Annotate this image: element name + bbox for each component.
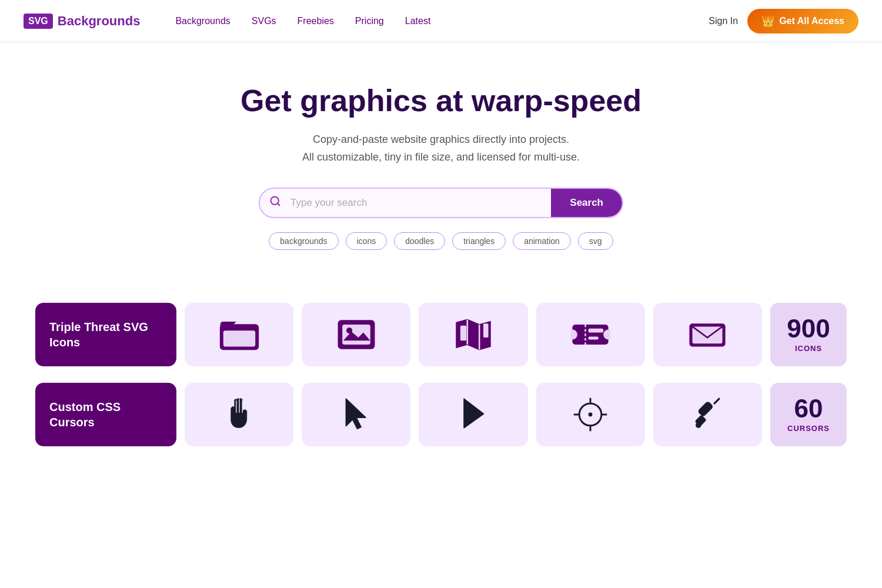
svg-rect-3 [223,330,255,346]
icon-card-image[interactable] [302,303,410,366]
logo[interactable]: SVG Backgrounds [24,14,140,29]
search-container: Search [24,188,858,218]
icon-card-folder[interactable] [185,303,293,366]
tag-animation[interactable]: animation [513,232,571,250]
count-label-icons: ICONS [795,344,822,353]
count-number-cursors: 60 [794,396,823,422]
icon-card-arrow[interactable] [302,383,410,446]
logo-text: Backgrounds [58,14,141,29]
nav-backgrounds[interactable]: Backgrounds [175,16,230,26]
category-label-cursors[interactable]: Custom CSS Cursors [35,383,176,446]
cursors-grid: 60 CURSORS [185,383,847,446]
logo-box: SVG [24,14,53,29]
tag-doodles[interactable]: doodles [394,232,445,250]
svg-rect-23 [697,400,714,417]
icons-grid: 900 ICONS [185,303,847,366]
nav-svgs[interactable]: SVGs [252,16,276,26]
tag-svg[interactable]: svg [578,232,613,250]
svg-rect-13 [589,329,604,333]
svg-line-1 [278,203,280,206]
signin-link[interactable]: Sign In [709,16,738,26]
icon-card-pointer[interactable] [419,383,527,446]
icon-card-envelope[interactable] [653,303,762,366]
svg-point-18 [589,413,593,417]
hero-section: Get graphics at warp-speed Copy-and-past… [0,42,882,303]
categories-section: Triple Threat SVG Icons [0,303,882,482]
crown-icon: 👑 [761,15,774,28]
svg-rect-5 [342,325,370,345]
tag-triangles[interactable]: triangles [452,232,506,250]
tag-list: backgrounds icons doodles triangles anim… [24,232,858,250]
nav-links: Backgrounds SVGs Freebies Pricing Latest [175,16,709,26]
search-bar: Search [259,188,623,218]
tag-icons[interactable]: icons [346,232,387,250]
svg-rect-9 [573,325,609,345]
nav-freebies[interactable]: Freebies [298,16,334,26]
svg-rect-8 [483,323,489,338]
nav-latest[interactable]: Latest [405,16,431,26]
hero-title: Get graphics at warp-speed [24,83,858,119]
category-label-icons[interactable]: Triple Threat SVG Icons [35,303,176,366]
icon-card-map[interactable] [419,303,527,366]
hero-subtitle: Copy-and-paste website graphics directly… [24,131,858,166]
navbar: SVG Backgrounds Backgrounds SVGs Freebie… [0,0,882,42]
svg-rect-7 [460,326,466,341]
svg-point-25 [696,422,701,428]
get-all-access-button[interactable]: 👑 Get All Access [747,9,858,34]
icon-card-crosshair[interactable] [536,383,645,446]
icon-card-hand[interactable] [185,383,293,446]
icon-card-ticket[interactable] [536,303,645,366]
search-icon [260,195,290,210]
search-button[interactable]: Search [551,189,622,217]
count-card-icons: 900 ICONS [770,303,847,366]
count-number-icons: 900 [787,316,830,342]
nav-pricing[interactable]: Pricing [355,16,384,26]
svg-rect-14 [589,336,599,339]
category-row-cursors: Custom CSS Cursors [35,383,847,446]
tag-backgrounds[interactable]: backgrounds [269,232,338,250]
search-input[interactable] [290,189,551,217]
count-label-cursors: CURSORS [787,424,830,433]
icon-card-eyedropper[interactable] [653,383,762,446]
category-row-icons: Triple Threat SVG Icons [35,303,847,366]
count-card-cursors: 60 CURSORS [770,383,847,446]
